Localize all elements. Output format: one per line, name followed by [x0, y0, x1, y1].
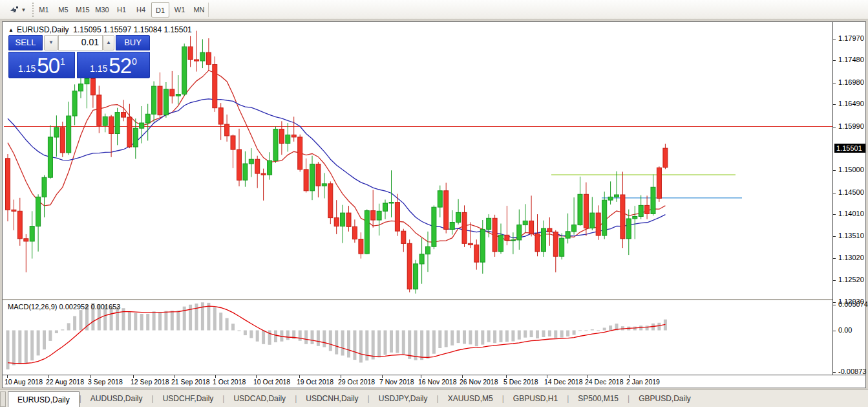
chart-tab-eurusd-daily[interactable]: EURUSD,Daily	[8, 391, 79, 407]
price-axis[interactable]: 1.15501 1.179701.174801.169801.164901.15…	[832, 22, 865, 375]
date-tick-label: 1 Oct 2018	[213, 378, 246, 386]
date-tick-label: 10 Oct 2018	[253, 378, 290, 386]
price-tick-mark	[833, 258, 836, 259]
date-tick-label: 19 Oct 2018	[297, 378, 333, 386]
date-tick-label: 21 Sep 2018	[171, 378, 210, 386]
chart-tab-xauusd-m5[interactable]: XAUUSD,M5	[439, 391, 502, 407]
chart-shift-icon-button[interactable]: ▼	[6, 3, 28, 17]
price-tick-mark	[833, 280, 836, 281]
timeframe-button-m5[interactable]: M5	[54, 2, 72, 17]
macd-indicator-pane[interactable]	[4, 301, 832, 375]
buy-price-pipette: 0	[132, 56, 137, 67]
date-tick-label: 24 Dec 2018	[585, 378, 624, 386]
date-tick-label: 10 Aug 2018	[5, 378, 43, 386]
timeframe-button-m30[interactable]: M30	[93, 2, 111, 17]
chart-tab-gbpusd-h1[interactable]: GBPUSD,H1	[504, 391, 567, 407]
buy-price-prefix: 1.15	[90, 63, 107, 74]
chart-tab-sp500-m15[interactable]: SP500,M15	[569, 391, 628, 407]
sell-price-pipette: 1	[60, 56, 65, 67]
chart-tab-audusd-daily[interactable]: AUDUSD,Daily	[81, 391, 152, 407]
price-tick-mark	[833, 214, 836, 215]
toolbar-separator	[208, 3, 209, 17]
price-tick-label: 1.14010	[838, 210, 864, 217]
tab-scroll-button[interactable]	[0, 391, 6, 407]
date-tick-label: 22 Aug 2018	[46, 378, 84, 386]
timeframe-toolbar: ▼ M1M5M15M30H1H4D1W1MN	[0, 0, 868, 19]
timeframe-button-h4[interactable]: H4	[132, 2, 150, 17]
timeframe-button-d1[interactable]: D1	[151, 2, 169, 17]
chart-tab-gbpusd-daily[interactable]: GBPUSD,Daily	[630, 391, 700, 407]
timeframe-button-m1[interactable]: M1	[35, 2, 53, 17]
price-tick-mark	[833, 39, 836, 39]
buy-price-big: 52	[109, 56, 131, 76]
price-tick-label: 1.17480	[838, 56, 864, 63]
price-tick-mark	[833, 236, 836, 237]
price-tick-label: 1.13020	[838, 254, 864, 261]
price-tick-mark	[833, 193, 836, 193]
sell-price-prefix: 1.15	[18, 63, 36, 74]
chart-tab-usdchf-daily[interactable]: USDCHF,Daily	[154, 391, 223, 407]
buy-price-button[interactable]: 1.15 52 0	[77, 52, 150, 78]
chart-tab-bar: EURUSD,Daily|AUDUSD,Daily|USDCHF,Daily|U…	[0, 390, 868, 407]
timeframe-button-h1[interactable]: H1	[112, 2, 131, 17]
spinner-up-icon: ▲	[106, 39, 111, 45]
sell-price-button[interactable]: 1.15 50 1	[8, 52, 75, 78]
timeframe-button-w1[interactable]: W1	[171, 2, 189, 17]
macd-tick-mark	[833, 331, 836, 331]
spinner-down-icon: ▼	[48, 39, 54, 45]
date-tick-label: 12 Sep 2018	[131, 378, 169, 386]
price-tick-label: 1.15000	[838, 166, 864, 173]
date-tick-label: 29 Oct 2018	[338, 378, 375, 386]
price-tick-mark	[833, 302, 836, 303]
lot-decrease-button[interactable]: ▼	[44, 35, 58, 50]
chart-tab-usdjpy-daily[interactable]: USDJPY,Daily	[370, 391, 437, 407]
diagonal-arrows-icon	[9, 5, 19, 14]
macd-indicator-label: MACD(12,26,9) 0.002952 0.001653	[8, 303, 120, 311]
date-tick-label: 5 Dec 2018	[503, 378, 538, 386]
chart-window: ▲EURUSD,Daily 1.15095 1.15597 1.15084 1.…	[2, 21, 866, 388]
current-price-badge: 1.15501	[834, 144, 865, 153]
price-tick-label: 1.13510	[838, 232, 864, 239]
chart-tab-usdcad-daily[interactable]: USDCAD,Daily	[224, 391, 295, 407]
date-tick-label: 14 Dec 2018	[544, 378, 583, 386]
date-tick-label: 2 Jan 2019	[626, 378, 660, 386]
lot-increase-button[interactable]: ▲	[103, 35, 114, 50]
date-tick-label: 26 Nov 2018	[460, 378, 498, 386]
date-axis[interactable]: 10 Aug 201822 Aug 20183 Sep 201812 Sep 2…	[3, 375, 865, 388]
price-tick-label: 1.16490	[838, 100, 864, 107]
macd-tick-mark	[833, 372, 836, 373]
price-tick-label: 1.16980	[838, 78, 864, 86]
date-tick-label: 7 Nov 2018	[379, 378, 414, 386]
price-tick-label: 1.12520	[838, 276, 864, 283]
price-tick-label: 1.15990	[838, 122, 864, 130]
price-tick-label: 1.17970	[838, 34, 864, 42]
lot-size-input[interactable]: 0.01	[58, 35, 103, 50]
price-tick-mark	[833, 104, 836, 105]
price-tick-mark	[833, 60, 836, 61]
date-tick-label: 16 Nov 2018	[418, 378, 457, 386]
timeframe-button-mn[interactable]: MN	[190, 2, 208, 17]
timeframe-button-m15[interactable]: M15	[74, 2, 92, 17]
sell-button[interactable]: SELL	[8, 35, 43, 50]
sell-price-big: 50	[37, 56, 59, 76]
one-click-trade-panel: SELL ▼ 0.01 ▲ BUY 1.15 50 1 1.15 52 0	[8, 35, 150, 51]
price-tick-label: 1.14500	[838, 188, 864, 196]
price-tick-mark	[833, 83, 836, 83]
macd-tick-label: 0.00	[838, 326, 852, 334]
price-tick-mark	[833, 127, 836, 127]
price-tick-mark	[833, 170, 836, 171]
chart-tab-usdcnh-daily[interactable]: USDCNH,Daily	[297, 391, 367, 407]
toolbar-dropdown-icon[interactable]: ▼	[21, 7, 26, 13]
buy-button[interactable]: BUY	[116, 35, 150, 50]
macd-tick-label: 0.005074	[838, 300, 868, 308]
macd-tick-mark	[833, 305, 836, 305]
date-tick-label: 3 Sep 2018	[88, 378, 123, 386]
